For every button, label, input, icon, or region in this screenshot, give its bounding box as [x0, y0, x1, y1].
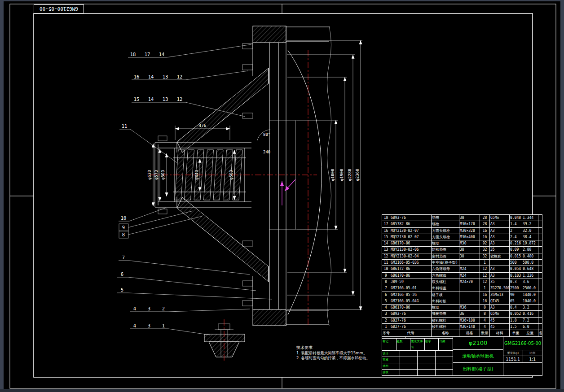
bom-header-cell: 数量: [480, 330, 490, 336]
bom-cell: 1.8: [510, 318, 522, 324]
bom-row: 16MQY2130-02-07方圆头螺栓M30×32016A3232.0: [382, 228, 542, 234]
callout-14: 14: [148, 96, 154, 102]
dim-phi570: φ570: [154, 170, 159, 180]
bom-cell: GB27-76: [390, 324, 432, 330]
callout-4: 4: [133, 323, 136, 328]
dim-240: 240: [263, 150, 270, 154]
dim-476: 476: [199, 123, 206, 128]
callout-2: 2: [162, 306, 165, 311]
bom-row: 17GB5782-86螺栓M30×17028A31.439.2: [382, 221, 542, 227]
bom-cell: 36: [459, 311, 480, 317]
bom-cell: 六角薄螺母: [432, 266, 459, 272]
flow-arrows: [282, 179, 295, 205]
bom-cell: 2: [382, 318, 390, 324]
bom-cell: A3: [490, 228, 510, 234]
bom-cell: GB6170-86: [390, 305, 432, 311]
bom-cell: QT45: [490, 298, 510, 305]
dim-phi2280: φ2280: [348, 169, 352, 181]
bom-cell: 15: [382, 234, 390, 240]
bom-cell: GB6172-86: [390, 266, 432, 272]
bom-cell: GB5782-86: [390, 221, 432, 227]
bom-cell: 4: [480, 318, 490, 324]
bolt-symbol: [158, 136, 167, 141]
bolt-symbol: [242, 241, 253, 246]
bom-cell: 10: [382, 266, 390, 272]
bom-cell: JB9-59: [390, 279, 432, 285]
title-block-revision-grid: 标记 处数 更改文件号 签字 日期 设计 审核 描图 描校: [382, 337, 453, 375]
bom-cell: [538, 215, 542, 221]
part-name: 出料部(格子型): [453, 363, 503, 375]
bom-cell: 2500: [510, 285, 522, 292]
bom-cell: 16: [480, 228, 490, 234]
bom-cell: 7.2: [522, 318, 538, 324]
bom-cell: M30×170: [459, 221, 480, 227]
label-design: 设计: [382, 351, 400, 357]
bolt-symbol: [242, 113, 253, 118]
bom-cell: ZG270-500: [490, 285, 510, 292]
bom-cell: MQY2130-02-04: [390, 253, 432, 260]
callout-4: 4: [133, 306, 136, 311]
bom-cell: 0.216: [510, 240, 522, 247]
bom-cell: M36×140: [459, 324, 480, 330]
callout-15: 15: [134, 96, 140, 102]
bom-header-cell: 代号: [390, 330, 432, 336]
bom-cell: 格子板: [432, 292, 459, 298]
bom-cell: 7: [382, 285, 390, 292]
bom-cell: 弹簧垫圈: [432, 311, 459, 317]
bom-cell: 16: [480, 234, 490, 240]
bom-cell: 出料端盖: [432, 285, 459, 292]
bom-cell: [538, 324, 542, 330]
bom-cell: 1.344: [522, 215, 538, 221]
bom-cell: 65Mn: [490, 215, 510, 221]
dim-phi500-a: φ500: [161, 170, 165, 180]
bom-cell: 3.2: [522, 305, 538, 311]
bolt-detail-view: [204, 324, 245, 357]
machine-spec: φ2100: [453, 337, 503, 350]
bom-cell: 12: [382, 253, 390, 260]
bom-cell: 1: [382, 324, 390, 330]
bom-cell: 16: [480, 298, 490, 305]
bom-cell: A3: [490, 266, 510, 272]
bom-cell: GB6170-86: [390, 273, 432, 279]
callout-13: 13: [163, 74, 168, 79]
bom-cell: 28: [480, 215, 490, 221]
bom-cell: 11: [382, 260, 390, 266]
bom-cell: 14: [382, 240, 390, 247]
bom-cell: 1.4: [510, 221, 522, 227]
bom-cell: 1.5: [510, 324, 522, 330]
callout-3: 3: [148, 323, 150, 328]
bom-cell: 1040.0: [522, 298, 538, 305]
bom-cell: 8: [480, 311, 490, 317]
callout-1: 1: [162, 323, 165, 328]
bom-row: 13MQY2130-02-06防松垫圈3032350.092.88: [382, 247, 542, 253]
bom-cell: 方圆头螺栓: [432, 228, 459, 234]
bom-cell: 1: [480, 260, 490, 266]
bom-cell: 65Mn: [490, 311, 510, 317]
bom-cell: 4: [480, 324, 490, 330]
bom-cell: [538, 253, 542, 260]
callout-8: 8: [122, 232, 125, 237]
bom-cell: 35: [490, 247, 510, 253]
bom-cell: [459, 285, 480, 292]
bom-cell: 30: [459, 215, 480, 221]
bom-row: 14GB6170-86螺母M3092A30.21619.872: [382, 240, 542, 247]
bom-cell: 2500.0: [522, 285, 538, 292]
bom-cell: 6: [382, 292, 390, 298]
bom-cell: 90: [510, 292, 522, 298]
bom-cell: GM2166-05-01: [390, 285, 432, 292]
bolt-symbol: [242, 281, 253, 286]
dim-phi1000: φ1000: [330, 169, 335, 181]
bom-cell: 3: [382, 311, 390, 317]
bom-header-cell: 序号: [382, 330, 390, 336]
bom-cell: 软橡胶: [490, 253, 510, 260]
bom-cell: 12: [480, 266, 490, 272]
bom-cell: 32: [480, 253, 490, 260]
bom-cell: MQY2130-02-07: [390, 234, 432, 240]
dim-phi2360: φ2360: [355, 169, 360, 181]
bom-cell: [538, 311, 542, 317]
bom-cell: M36: [459, 305, 480, 311]
bom-cell: 0.09: [510, 247, 522, 253]
label-check: 审核: [382, 357, 400, 363]
bom-cell: 13: [382, 247, 390, 253]
label-trace: 描图: [382, 363, 400, 369]
